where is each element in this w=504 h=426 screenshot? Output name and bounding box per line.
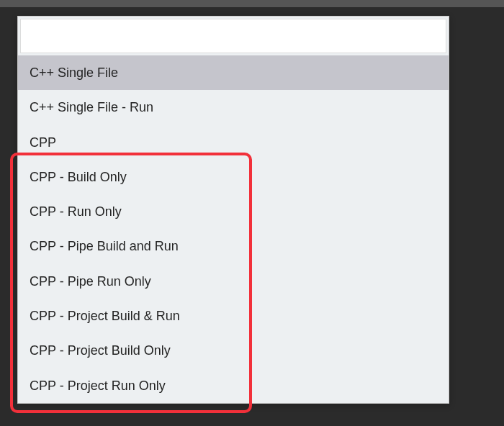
list-item[interactable]: C++ Single File <box>18 55 449 90</box>
build-system-dropdown: C++ Single File C++ Single File - Run CP… <box>17 16 449 404</box>
list-item[interactable]: CPP - Project Run Only <box>18 368 449 403</box>
list-item[interactable]: CPP - Project Build & Run <box>18 299 449 333</box>
window-title-bar <box>0 0 504 7</box>
list-item[interactable]: CPP <box>18 125 449 160</box>
list-item[interactable]: C++ Single File - Run <box>18 90 449 124</box>
list-item[interactable]: CPP - Project Build Only <box>18 333 449 368</box>
search-input[interactable] <box>20 19 446 53</box>
list-item[interactable]: CPP - Run Only <box>18 194 449 229</box>
list-item[interactable]: CPP - Build Only <box>18 160 449 194</box>
list-item[interactable]: CPP - Pipe Run Only <box>18 264 449 299</box>
list-item[interactable]: CPP - Pipe Build and Run <box>18 229 449 263</box>
option-list: C++ Single File C++ Single File - Run CP… <box>18 55 449 403</box>
